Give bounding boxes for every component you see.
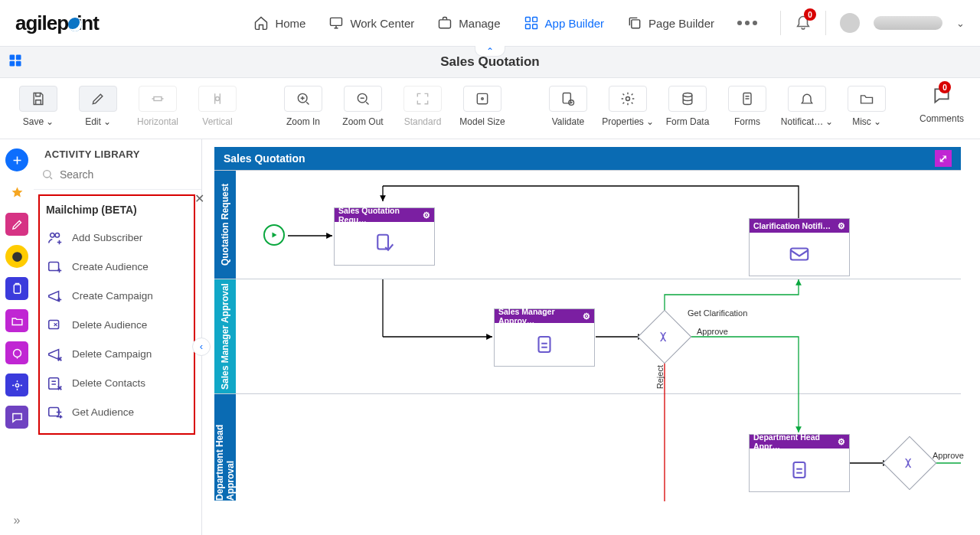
svg-rect-0	[331, 18, 342, 25]
model-size-button[interactable]: Model Size	[458, 86, 507, 127]
delete-audience-icon	[46, 317, 64, 334]
rail-edit[interactable]	[5, 213, 28, 236]
activity-create-audience[interactable]: Create Audience	[40, 253, 194, 282]
activity-add-subscriber[interactable]: Add Subscriber	[40, 223, 194, 253]
copy-icon	[627, 15, 642, 31]
activity-delete-campaign[interactable]: Delete Campaign	[40, 340, 194, 369]
standard-button[interactable]: Standard	[398, 86, 447, 127]
gear-icon[interactable]: ⚙	[583, 312, 590, 321]
edit-icon	[11, 218, 24, 231]
condition-icon	[656, 328, 673, 345]
gateway-2[interactable]	[883, 436, 937, 491]
avatar[interactable]	[840, 13, 860, 33]
svg-point-16	[482, 98, 484, 100]
activity-label: Delete Audience	[72, 319, 147, 331]
properties-button[interactable]: Properties⌄	[603, 86, 652, 127]
node-clarification-notification[interactable]: Clarification Notifi…⚙	[749, 218, 850, 276]
svg-rect-29	[49, 263, 59, 271]
comments-badge: 0	[939, 81, 951, 93]
workflow-expand-icon[interactable]: ⤢	[935, 150, 952, 167]
zoom-out-button[interactable]: Zoom Out	[338, 86, 387, 127]
forms-icon	[740, 91, 755, 106]
form-data-button[interactable]: Form Data	[663, 86, 712, 127]
vertical-button[interactable]: Vertical	[193, 86, 242, 127]
activity-delete-contacts[interactable]: Delete Contacts	[40, 369, 194, 398]
node-sales-quotation-request[interactable]: Sales Quotation Requ…⚙	[334, 207, 435, 266]
rail-mailchimp[interactable]	[5, 245, 28, 268]
briefcase-icon	[437, 15, 452, 31]
chat-icon	[11, 411, 24, 424]
rail-clipboard[interactable]	[5, 277, 28, 300]
nav-home[interactable]: Home	[253, 15, 305, 31]
main-area: » ACTIVITY LIBRARY ✕ Mailchimp (BETA) Ad…	[0, 139, 980, 535]
nav-app-builder-label: App Builder	[545, 17, 605, 30]
activity-create-campaign[interactable]: Create Campaign	[40, 282, 194, 311]
svg-point-19	[626, 97, 630, 101]
canvas[interactable]: Sales Quotation ⤢ Quotation Request	[202, 139, 980, 535]
horizontal-button[interactable]: Horizontal	[133, 86, 182, 127]
user-menu-caret[interactable]: ⌄	[956, 18, 965, 29]
nav-manage[interactable]: Manage	[437, 15, 500, 31]
top-nav: agilepint Home Work Center Manage App Bu…	[0, 0, 980, 46]
home-icon	[253, 15, 269, 31]
rail-folder[interactable]	[5, 309, 28, 332]
search-input[interactable]	[60, 168, 194, 181]
gear-icon[interactable]: ⚙	[838, 437, 845, 447]
clipboard-icon	[788, 458, 811, 481]
notif-badge: 0	[804, 8, 816, 21]
comments-button[interactable]: 0 Comments	[917, 86, 966, 124]
create-audience-icon	[46, 259, 64, 276]
zoom-in-icon	[296, 91, 311, 106]
apps-grid-button[interactable]	[8, 53, 23, 71]
save-button[interactable]: Save⌄	[14, 86, 63, 127]
activity-get-audience[interactable]: Get Audience	[40, 398, 194, 427]
forms-button[interactable]: Forms	[723, 86, 772, 127]
nav-app-builder[interactable]: App Builder	[524, 15, 605, 31]
rail-chat[interactable]	[5, 406, 28, 429]
zoom-in-button[interactable]: Zoom In	[279, 86, 328, 127]
nav-more[interactable]	[737, 21, 757, 25]
gear-icon	[620, 91, 635, 106]
panel-header: ACTIVITY LIBRARY	[34, 139, 201, 165]
rail-favorites[interactable]	[5, 181, 28, 204]
workflow-header: Sales Quotation ⤢	[214, 147, 961, 170]
divider	[825, 11, 826, 35]
lane-quotation-request: Quotation Request Sa	[214, 170, 961, 279]
edge-label: Approve	[697, 327, 728, 336]
collapse-handle[interactable]: ⌃	[475, 46, 505, 57]
validate-button[interactable]: Validate	[544, 86, 593, 127]
gear-icon[interactable]: ⚙	[423, 210, 430, 220]
svg-point-20	[683, 93, 692, 97]
rail-monitor[interactable]	[5, 341, 28, 364]
gear-icon	[11, 379, 24, 392]
edit-button[interactable]: Edit⌄	[74, 86, 122, 127]
notifications-button[interactable]: 0	[795, 13, 812, 33]
nav-work-center[interactable]: Work Center	[328, 15, 414, 31]
delete-contacts-icon	[46, 375, 64, 392]
rail-settings[interactable]	[5, 374, 28, 396]
start-node[interactable]	[263, 224, 285, 246]
database-icon	[680, 91, 695, 106]
monitor-icon	[11, 347, 24, 360]
rail-add[interactable]	[5, 148, 28, 171]
node-sales-manager-approval[interactable]: Sales Manager Approv…⚙	[494, 308, 595, 367]
svg-rect-34	[377, 235, 388, 250]
misc-button[interactable]: Misc⌄	[842, 86, 891, 127]
nav-home-label: Home	[275, 17, 305, 30]
gear-icon[interactable]: ⚙	[838, 221, 845, 231]
page-title: Sales Quotation	[440, 54, 539, 70]
node-department-head-approval[interactable]: Department Head Appr…⚙	[749, 434, 850, 492]
create-campaign-icon	[46, 288, 64, 305]
notifications-toolbar-button[interactable]: Notificat…⌄	[782, 86, 831, 127]
validate-icon	[560, 91, 576, 106]
svg-rect-17	[563, 93, 570, 103]
user-name[interactable]	[874, 16, 942, 30]
title-bar: ⌃ Sales Quotation	[0, 46, 980, 78]
rail-expand[interactable]: »	[14, 514, 21, 527]
gateway-1[interactable]	[638, 310, 692, 364]
activity-delete-audience[interactable]: Delete Audience	[40, 311, 194, 340]
panel-search[interactable]	[34, 165, 201, 190]
activity-label: Get Audience	[72, 406, 134, 419]
nav-page-builder[interactable]: Page Builder	[627, 15, 714, 31]
search-icon	[41, 168, 54, 181]
